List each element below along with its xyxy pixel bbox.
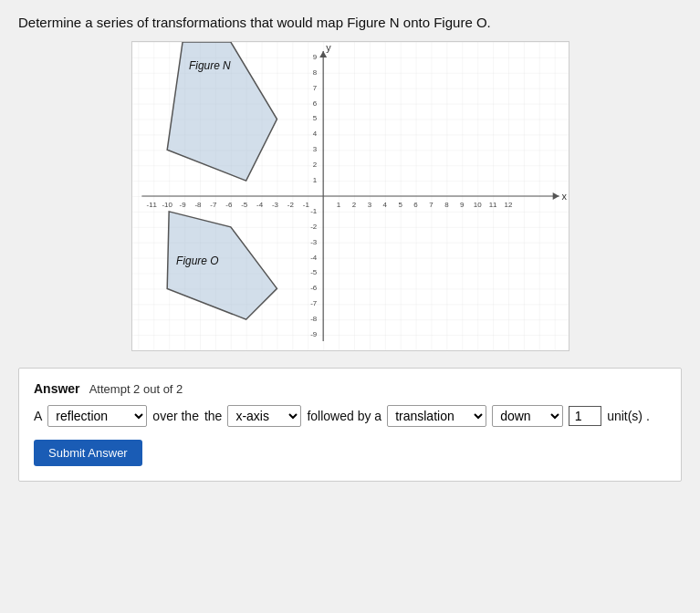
svg-text:-8: -8 bbox=[194, 201, 202, 209]
svg-text:-2: -2 bbox=[310, 223, 318, 231]
over-text: over the bbox=[152, 409, 199, 423]
x-axis-label: x bbox=[561, 191, 567, 202]
svg-text:-4: -4 bbox=[256, 201, 264, 209]
question-text: Determine a series of transformations th… bbox=[18, 15, 682, 30]
svg-text:-1: -1 bbox=[310, 207, 318, 215]
svg-text:10: 10 bbox=[473, 201, 481, 209]
y-axis-label: y bbox=[326, 42, 331, 53]
svg-text:9: 9 bbox=[312, 53, 317, 61]
figure-o-label: Figure O bbox=[176, 255, 218, 267]
svg-text:-9: -9 bbox=[310, 330, 318, 338]
figure-n-label: Figure N bbox=[189, 59, 231, 72]
svg-text:4: 4 bbox=[382, 201, 387, 209]
answer-header: Answer Attempt 2 out of 2 bbox=[34, 381, 666, 396]
svg-text:-5: -5 bbox=[310, 268, 318, 276]
graph-container: x y -1 -2 -3 -4 -5 -6 -7 -8 -9 -10 -11 1… bbox=[18, 41, 682, 351]
unit-input[interactable]: 1 bbox=[569, 406, 601, 426]
svg-text:9: 9 bbox=[460, 201, 465, 209]
followed-text: followed by a bbox=[307, 409, 381, 423]
svg-text:6: 6 bbox=[312, 99, 317, 108]
svg-text:3: 3 bbox=[312, 145, 317, 153]
svg-text:-8: -8 bbox=[310, 315, 318, 323]
answer-section: Answer Attempt 2 out of 2 A reflection r… bbox=[18, 368, 682, 482]
svg-text:-7: -7 bbox=[310, 299, 318, 307]
answer-label: Answer bbox=[34, 381, 80, 396]
svg-text:4: 4 bbox=[312, 130, 317, 138]
svg-text:-3: -3 bbox=[310, 238, 318, 246]
svg-text:-2: -2 bbox=[287, 201, 294, 209]
svg-text:1: 1 bbox=[312, 176, 317, 184]
svg-text:8: 8 bbox=[312, 68, 317, 77]
transformation2-select[interactable]: translation rotation reflection dilation bbox=[387, 405, 486, 427]
svg-text:-1: -1 bbox=[302, 201, 309, 209]
svg-text:2: 2 bbox=[312, 161, 317, 169]
svg-text:5: 5 bbox=[312, 114, 317, 122]
svg-text:-9: -9 bbox=[179, 201, 186, 209]
attempt-text: Attempt 2 out of 2 bbox=[89, 382, 183, 396]
svg-text:-6: -6 bbox=[310, 284, 318, 292]
svg-text:1: 1 bbox=[336, 201, 340, 209]
direction-select[interactable]: down up left right bbox=[492, 405, 563, 427]
svg-text:-3: -3 bbox=[271, 201, 278, 209]
svg-text:-5: -5 bbox=[241, 201, 248, 209]
svg-text:11: 11 bbox=[488, 201, 496, 209]
axis-select[interactable]: x-axis y-axis y=x y=-x bbox=[227, 405, 301, 427]
svg-text:-10: -10 bbox=[162, 201, 172, 209]
submit-button[interactable]: Submit Answer bbox=[34, 440, 142, 466]
svg-text:8: 8 bbox=[444, 201, 449, 209]
svg-text:-6: -6 bbox=[225, 201, 233, 209]
unit-label: unit(s) . bbox=[607, 409, 650, 423]
graph-area: x y -1 -2 -3 -4 -5 -6 -7 -8 -9 -10 -11 1… bbox=[131, 41, 569, 351]
svg-text:-11: -11 bbox=[146, 201, 157, 209]
svg-text:6: 6 bbox=[413, 201, 418, 209]
transformation1-select[interactable]: reflection rotation translation dilation bbox=[47, 405, 147, 427]
svg-text:2: 2 bbox=[351, 201, 356, 209]
svg-text:5: 5 bbox=[398, 201, 402, 209]
answer-row: A reflection rotation translation dilati… bbox=[34, 405, 666, 427]
svg-text:7: 7 bbox=[429, 201, 434, 209]
svg-text:-7: -7 bbox=[210, 201, 217, 209]
svg-text:-4: -4 bbox=[310, 254, 318, 262]
svg-text:12: 12 bbox=[504, 201, 512, 209]
svg-text:3: 3 bbox=[367, 201, 371, 209]
svg-text:7: 7 bbox=[312, 84, 317, 92]
the-text: the bbox=[204, 409, 222, 423]
prefix-a: A bbox=[34, 409, 42, 423]
